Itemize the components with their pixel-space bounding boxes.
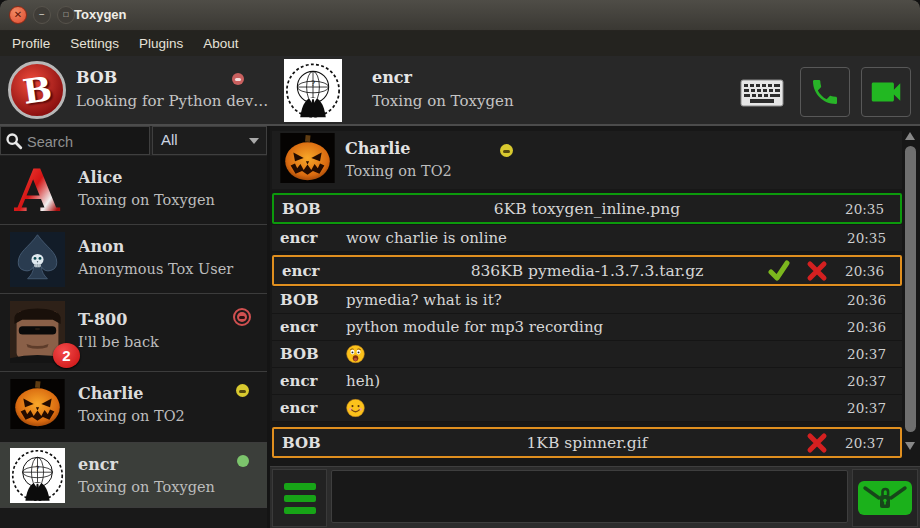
message-time: 20:36 <box>847 292 886 308</box>
audio-call-button[interactable] <box>800 67 850 117</box>
message-time: 20:35 <box>847 230 886 246</box>
active-contact-avatar <box>284 59 342 122</box>
shocked-face-emoji <box>346 345 365 364</box>
message-time: 20:35 <box>845 201 884 217</box>
encrypted-send-icon <box>857 479 913 517</box>
self-avatar-letter: B <box>20 68 54 112</box>
contact-name: Anon <box>78 237 124 256</box>
check-icon <box>768 260 790 282</box>
contact-avatar <box>10 232 65 287</box>
contact-status-message: I'll be back <box>78 334 159 350</box>
header: B BOB Looking for Python dev… encr Toxin… <box>0 56 920 126</box>
window-minimize-button[interactable]: − <box>33 6 51 24</box>
message-sender: encr <box>280 318 318 336</box>
message-row: BOB pymedia? what is it? 20:36 <box>272 287 902 314</box>
contact-name: encr <box>78 455 118 474</box>
file-transfer-row: BOB 1KB spinner.gif 20:37 <box>272 427 902 458</box>
cancel-file-button[interactable] <box>806 432 828 454</box>
message-sender: encr <box>280 399 318 417</box>
message-row: encr wow charlie is online 20:35 <box>272 225 902 252</box>
message-time: 20:36 <box>845 263 884 279</box>
message-compose-bar <box>270 466 920 528</box>
menu-about[interactable]: About <box>203 36 238 51</box>
message-row: encr heh) 20:37 <box>272 368 902 395</box>
phone-icon <box>809 76 841 108</box>
decline-file-button[interactable] <box>806 260 828 282</box>
contact-item-encr[interactable]: encr Toxing on Toxygen <box>0 443 267 508</box>
messages-scrollbar[interactable] <box>903 130 918 460</box>
peer-status-message: Toxing on TO2 <box>345 163 452 179</box>
contact-filter-value: All <box>161 131 178 148</box>
svg-text:A: A <box>13 163 60 218</box>
search-icon <box>5 132 23 154</box>
message-history: BOB 6KB toxygen_inline.png 20:35 encr wo… <box>272 193 902 459</box>
toxygen-window: ✕ − □ Toxygen Profile Settings Plugins A… <box>0 0 920 528</box>
message-sender: encr <box>280 372 318 390</box>
message-sender: BOB <box>280 291 319 309</box>
scroll-up-arrow-icon[interactable] <box>905 132 915 140</box>
file-transfer-row: BOB 6KB toxygen_inline.png 20:35 <box>272 193 902 224</box>
title-bar[interactable]: ✕ − □ Toxygen <box>0 0 920 31</box>
peer-avatar <box>280 133 335 185</box>
menu-bar: Profile Settings Plugins About <box>0 31 920 56</box>
keyboard-typing-icon <box>740 79 784 107</box>
menu-profile[interactable]: Profile <box>12 36 50 51</box>
message-text: python module for mp3 recording <box>346 318 603 336</box>
message-text: pymedia? what is it? <box>346 291 502 309</box>
status-away-icon <box>236 384 249 397</box>
message-input[interactable] <box>331 470 848 523</box>
contact-item-t800[interactable]: T-800 I'll be back 2 <box>0 294 267 372</box>
contact-item-alice[interactable]: A Alice Toxing on Toxygen <box>0 156 267 225</box>
x-icon <box>806 432 828 454</box>
message-row: encr python module for mp3 recording 20:… <box>272 314 902 341</box>
self-status-message[interactable]: Looking for Python dev… <box>76 92 268 110</box>
video-call-button[interactable] <box>861 67 911 117</box>
contact-filter-dropdown[interactable]: All <box>152 126 267 155</box>
video-camera-icon <box>867 73 905 111</box>
accept-file-button[interactable] <box>768 260 790 282</box>
message-time: 20:36 <box>847 319 886 335</box>
self-avatar[interactable]: B <box>8 61 66 119</box>
active-contact-name: encr <box>372 68 412 87</box>
contact-avatar: A <box>10 163 65 218</box>
send-message-button[interactable] <box>852 469 918 527</box>
contact-list: A Alice Toxing on Toxygen Anon Anonymous… <box>0 156 267 528</box>
scrollbar-thumb[interactable] <box>905 146 916 432</box>
attachments-menu-button[interactable] <box>272 469 327 527</box>
message-row: BOB 20:37 <box>272 341 902 368</box>
contact-name: Alice <box>78 168 123 187</box>
window-maximize-button[interactable]: □ <box>57 6 75 24</box>
contact-status-message: Toxing on TO2 <box>78 408 185 424</box>
contact-name: Charlie <box>78 384 144 403</box>
search-row: All <box>0 126 267 156</box>
chevron-down-icon <box>249 138 259 144</box>
contact-status-message: Anonymous Tox User <box>78 261 233 277</box>
menu-settings[interactable]: Settings <box>70 36 119 51</box>
scroll-down-arrow-icon[interactable] <box>905 442 915 450</box>
window-close-button[interactable]: ✕ <box>9 6 27 24</box>
message-time: 20:37 <box>845 435 884 451</box>
message-sender: BOB <box>280 345 319 363</box>
self-name[interactable]: BOB <box>76 68 117 87</box>
message-text: heh) <box>346 372 380 390</box>
file-transfer-name: 6KB toxygen_inline.png <box>274 200 900 218</box>
status-busy-icon <box>233 308 251 326</box>
contact-item-charlie[interactable]: Charlie Toxing on TO2 <box>0 372 267 443</box>
status-busy-icon[interactable] <box>232 73 244 85</box>
status-online-icon <box>237 455 249 467</box>
unread-count-badge: 2 <box>53 343 80 368</box>
active-contact-status-message: Toxing on Toxygen <box>372 92 514 110</box>
x-icon <box>806 260 828 282</box>
search-input[interactable] <box>25 128 149 155</box>
menu-plugins[interactable]: Plugins <box>139 36 183 51</box>
peer-name: Charlie <box>345 139 411 158</box>
message-sender: encr <box>280 229 318 247</box>
message-time: 20:37 <box>847 373 886 389</box>
chat-peer-panel[interactable]: Charlie Toxing on TO2 <box>272 131 902 189</box>
file-transfer-row: encr 836KB pymedia-1.3.7.3.tar.gz 20:36 <box>272 255 902 286</box>
status-away-icon <box>500 144 513 157</box>
message-row: encr 20:37 <box>272 395 902 422</box>
contact-item-anon[interactable]: Anon Anonymous Tox User <box>0 225 267 294</box>
message-time: 20:37 <box>847 400 886 416</box>
search-box <box>0 126 150 155</box>
